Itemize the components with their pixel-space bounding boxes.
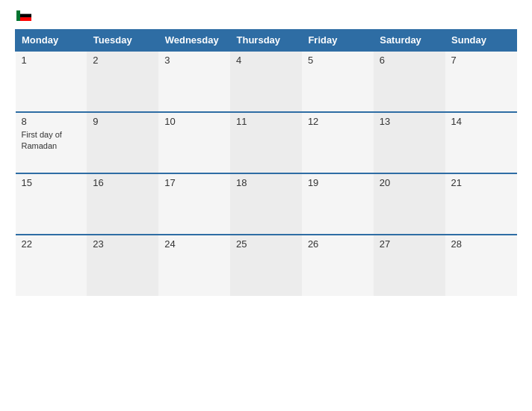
calendar-cell-2: 2	[87, 51, 158, 112]
day-number: 14	[451, 116, 511, 127]
day-number: 5	[308, 55, 368, 66]
day-header-saturday: Saturday	[374, 30, 445, 52]
calendar-cell-16: 16	[87, 173, 158, 235]
day-number: 22	[22, 238, 81, 250]
calendar-cell-1: 1	[16, 51, 87, 112]
calendar-cell-18: 18	[230, 173, 302, 235]
day-header-wednesday: Wednesday	[158, 30, 230, 52]
day-number: 11	[236, 116, 296, 127]
calendar-cell-25: 25	[230, 235, 302, 296]
day-number: 26	[308, 238, 368, 250]
calendar-week-row: 15161718192021	[16, 173, 517, 235]
day-number: 23	[93, 238, 152, 250]
day-number: 28	[451, 238, 511, 250]
day-number: 13	[380, 116, 439, 127]
calendar-table: MondayTuesdayWednesdayThursdayFridaySatu…	[15, 29, 517, 296]
calendar-cell-28: 28	[445, 235, 517, 296]
calendar-cell-6: 6	[374, 51, 445, 112]
day-number: 1	[22, 55, 81, 66]
calendar-week-row: 8First day of Ramadan91011121314	[16, 112, 517, 173]
calendar-cell-17: 17	[158, 173, 230, 235]
svg-rect-8	[16, 10, 20, 21]
svg-rect-5	[20, 10, 31, 14]
day-number: 27	[380, 238, 439, 250]
calendar-cell-12: 12	[302, 112, 374, 173]
day-header-sunday: Sunday	[445, 30, 517, 52]
day-header-monday: Monday	[16, 30, 87, 52]
svg-rect-7	[20, 17, 31, 21]
calendar-week-row: 1234567	[16, 51, 517, 112]
day-number: 18	[236, 177, 296, 188]
day-number: 10	[164, 116, 224, 127]
calendar-cell-27: 27	[374, 235, 445, 296]
calendar-cell-4: 4	[230, 51, 302, 112]
day-header-tuesday: Tuesday	[87, 30, 158, 52]
day-header-thursday: Thursday	[230, 30, 302, 52]
svg-rect-6	[20, 14, 31, 18]
day-number: 15	[22, 177, 81, 188]
event-label: First day of Ramadan	[22, 130, 62, 150]
day-number: 25	[236, 238, 296, 250]
day-number: 16	[93, 177, 152, 188]
calendar-cell-22: 22	[16, 235, 87, 296]
day-number: 17	[164, 177, 224, 188]
day-number: 6	[380, 55, 439, 66]
calendar-week-row: 22232425262728	[16, 235, 517, 296]
calendar-cell-23: 23	[87, 235, 158, 296]
calendar-cell-11: 11	[230, 112, 302, 173]
day-number: 12	[308, 116, 368, 127]
calendar-cell-9: 9	[87, 112, 158, 173]
calendar-header	[15, 11, 517, 22]
calendar-cell-13: 13	[374, 112, 445, 173]
day-number: 2	[93, 55, 152, 66]
calendar-page: MondayTuesdayWednesdayThursdayFridaySatu…	[0, 0, 532, 411]
day-header-friday: Friday	[302, 30, 374, 52]
day-number: 4	[236, 55, 296, 66]
calendar-cell-14: 14	[445, 112, 517, 173]
calendar-cell-19: 19	[302, 173, 374, 235]
day-number: 9	[93, 116, 152, 127]
day-number: 21	[451, 177, 511, 188]
calendar-cell-20: 20	[374, 173, 445, 235]
calendar-cell-7: 7	[445, 51, 517, 112]
day-number: 19	[308, 177, 368, 188]
calendar-header-row: MondayTuesdayWednesdayThursdayFridaySatu…	[16, 30, 517, 52]
calendar-cell-10: 10	[158, 112, 230, 173]
logo	[15, 11, 31, 22]
calendar-cell-5: 5	[302, 51, 374, 112]
day-number: 3	[164, 55, 224, 66]
day-number: 8	[22, 116, 81, 127]
day-number: 20	[380, 177, 439, 188]
calendar-cell-3: 3	[158, 51, 230, 112]
calendar-cell-8: 8First day of Ramadan	[16, 112, 87, 173]
calendar-cell-24: 24	[158, 235, 230, 296]
calendar-cell-21: 21	[445, 173, 517, 235]
calendar-body: 12345678First day of Ramadan910111213141…	[16, 51, 517, 296]
calendar-cell-15: 15	[16, 173, 87, 235]
calendar-cell-26: 26	[302, 235, 374, 296]
logo-flag-icon	[16, 10, 31, 21]
day-number: 7	[451, 55, 511, 66]
day-number: 24	[164, 238, 224, 250]
